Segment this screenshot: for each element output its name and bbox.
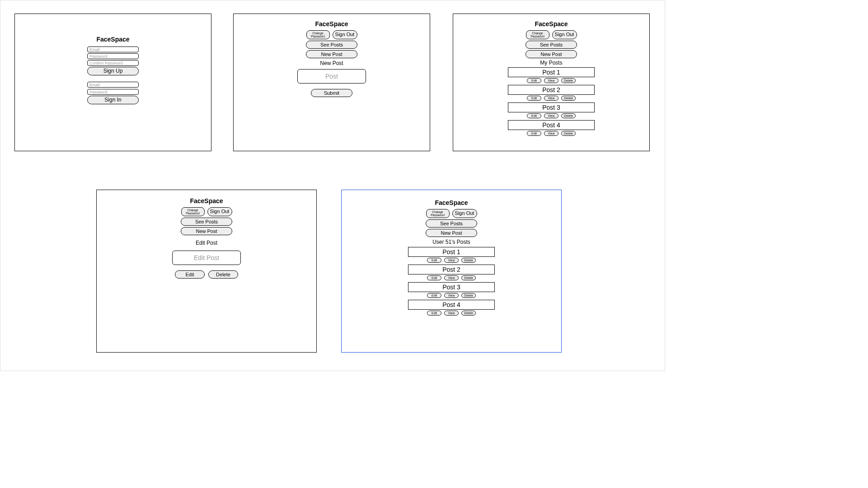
- post-view-button[interactable]: View: [544, 131, 558, 136]
- new-post-nav-button[interactable]: New Post: [181, 227, 232, 235]
- post-edit-button[interactable]: Edit: [427, 293, 441, 298]
- new-post-nav-button[interactable]: New Post: [525, 50, 577, 58]
- signup-email-input[interactable]: Email: [87, 46, 139, 52]
- change-password-button[interactable]: Change Password: [181, 207, 205, 216]
- new-post-nav-button[interactable]: New Post: [306, 50, 357, 58]
- delete-button[interactable]: Delete: [208, 270, 238, 279]
- see-posts-button[interactable]: See Posts: [426, 219, 477, 228]
- signout-button[interactable]: Sign Out: [552, 30, 577, 39]
- post-view-button[interactable]: View: [444, 258, 459, 263]
- signout-button[interactable]: Sign Out: [207, 207, 232, 216]
- app-title: FaceSpace: [435, 199, 468, 206]
- see-posts-button[interactable]: See Posts: [525, 41, 577, 49]
- post-edit-button[interactable]: Edit: [427, 258, 441, 263]
- wireframe-new-post: FaceSpace Change Password Sign Out See P…: [233, 14, 430, 151]
- signout-button[interactable]: Sign Out: [452, 209, 477, 218]
- post-card: Post 1: [508, 67, 595, 77]
- post-view-button[interactable]: View: [444, 293, 459, 298]
- post-view-button[interactable]: View: [544, 78, 558, 83]
- signup-button[interactable]: Sign Up: [87, 67, 139, 75]
- change-password-button[interactable]: Change Password: [526, 30, 549, 39]
- signin-email-input[interactable]: Email: [87, 82, 139, 88]
- wireframe-my-posts: FaceSpace Change Password Sign Out See P…: [453, 14, 650, 151]
- post-view-button[interactable]: View: [444, 275, 459, 280]
- signin-button[interactable]: Sign In: [87, 96, 139, 104]
- post-edit-button[interactable]: Edit: [527, 113, 541, 118]
- post-edit-button[interactable]: Edit: [427, 275, 441, 280]
- post-edit-button[interactable]: Edit: [527, 78, 541, 83]
- post-delete-button[interactable]: Delete: [561, 78, 576, 83]
- my-posts-heading: My Posts: [540, 60, 562, 66]
- wireframe-user-posts[interactable]: FaceSpace Change Password Sign Out See P…: [341, 190, 562, 353]
- post-card: Post 1: [408, 247, 495, 257]
- see-posts-button[interactable]: See Posts: [306, 41, 357, 49]
- post-delete-button[interactable]: Delete: [561, 131, 576, 136]
- edit-post-heading: Edit Post: [196, 240, 217, 246]
- see-posts-button[interactable]: See Posts: [181, 218, 232, 226]
- signout-button[interactable]: Sign Out: [333, 30, 357, 39]
- post-edit-button[interactable]: Edit: [527, 131, 541, 136]
- post-delete-button[interactable]: Delete: [561, 113, 576, 118]
- post-view-button[interactable]: View: [544, 113, 558, 118]
- app-title: FaceSpace: [96, 36, 129, 43]
- post-edit-button[interactable]: Edit: [527, 96, 541, 101]
- signin-password-input[interactable]: Password: [87, 89, 139, 95]
- app-title: FaceSpace: [315, 20, 348, 28]
- post-card: Post 3: [508, 102, 595, 112]
- change-password-button[interactable]: Change Password: [306, 30, 330, 39]
- wireframe-auth: FaceSpace Email Password Confirm Passwor…: [14, 14, 211, 151]
- post-delete-button[interactable]: Delete: [461, 311, 476, 316]
- new-post-textarea[interactable]: Post: [297, 69, 366, 84]
- post-delete-button[interactable]: Delete: [561, 96, 576, 101]
- post-card: Post 4: [508, 120, 595, 130]
- user-posts-heading: User 51's Posts: [432, 239, 470, 245]
- post-card: Post 3: [408, 282, 495, 292]
- app-title: FaceSpace: [190, 197, 223, 204]
- wireframe-edit-post: FaceSpace Change Password Sign Out See P…: [96, 190, 317, 353]
- new-post-heading: New Post: [320, 60, 343, 66]
- post-edit-button[interactable]: Edit: [427, 311, 441, 316]
- post-delete-button[interactable]: Delete: [461, 258, 476, 263]
- post-view-button[interactable]: View: [444, 311, 459, 316]
- edit-button[interactable]: Edit: [175, 270, 205, 279]
- post-delete-button[interactable]: Delete: [461, 293, 476, 298]
- change-password-button[interactable]: Change Password: [426, 209, 450, 218]
- signup-password-input[interactable]: Password: [87, 53, 139, 59]
- new-post-nav-button[interactable]: New Post: [426, 229, 477, 237]
- post-card: Post 2: [408, 265, 495, 274]
- app-title: FaceSpace: [535, 20, 568, 28]
- edit-post-textarea[interactable]: Edit Post: [172, 251, 241, 265]
- post-card: Post 4: [408, 300, 495, 310]
- post-view-button[interactable]: View: [544, 96, 558, 101]
- submit-post-button[interactable]: Submit: [311, 89, 352, 97]
- post-delete-button[interactable]: Delete: [461, 275, 476, 280]
- signup-confirm-password-input[interactable]: Confirm Password: [87, 60, 139, 66]
- post-card: Post 2: [508, 85, 595, 95]
